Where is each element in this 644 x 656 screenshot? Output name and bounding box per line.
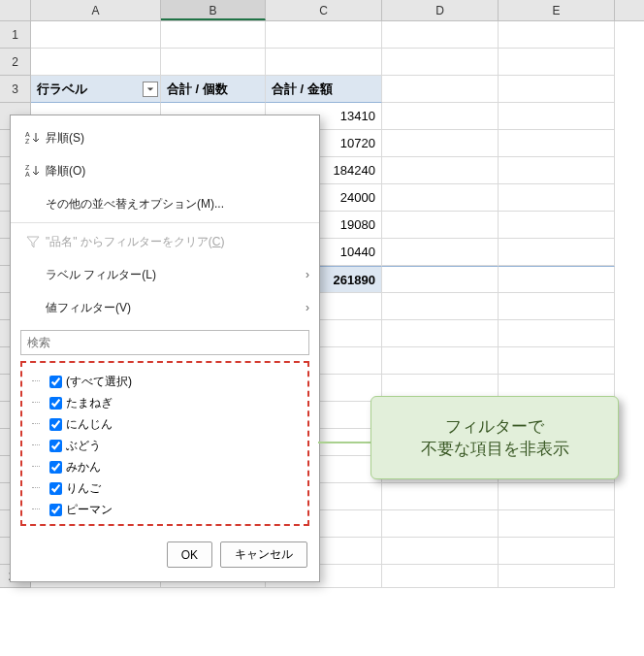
submenu-arrow-icon: › — [294, 301, 309, 314]
filter-check-item[interactable]: (すべて選択) — [28, 371, 302, 392]
column-header-B[interactable]: B — [161, 0, 266, 20]
menu-separator — [11, 222, 319, 223]
cell[interactable] — [499, 538, 615, 565]
row-label-text: 行ラベル — [37, 82, 87, 96]
filter-item-label: ぶどう — [66, 438, 101, 454]
cell[interactable] — [31, 49, 161, 76]
annotation-callout: フィルターで 不要な項目を非表示 — [370, 396, 619, 479]
cell[interactable] — [266, 49, 382, 76]
cell[interactable] — [382, 157, 499, 184]
filter-item-label: みかん — [66, 459, 101, 476]
cell[interactable] — [31, 21, 161, 49]
filter-item-label: にんじん — [66, 416, 113, 433]
cell[interactable] — [382, 49, 499, 76]
cell[interactable] — [499, 212, 615, 239]
cell[interactable] — [499, 103, 615, 130]
cell[interactable] — [382, 239, 499, 266]
label-filter-label: ラベル フィルター(L) — [46, 267, 294, 283]
filter-item-label: (すべて選択) — [66, 374, 132, 390]
pivot-row-label-header[interactable]: 行ラベル — [31, 76, 161, 103]
column-header-C[interactable]: C — [266, 0, 382, 20]
filter-dropdown-menu: AZ 昇順(S) ZA 降順(O) その他の並べ替えオプション(M)... "品… — [10, 115, 320, 582]
cell[interactable] — [161, 49, 266, 76]
cell[interactable] — [382, 565, 499, 588]
cell[interactable] — [161, 21, 266, 49]
cell[interactable] — [382, 320, 499, 347]
more-sort-options-item[interactable]: その他の並べ替えオプション(M)... — [11, 187, 319, 220]
callout-line2: 不要な項目を非表示 — [421, 438, 569, 460]
cell[interactable] — [499, 130, 615, 157]
sort-asc-icon: AZ — [20, 130, 46, 146]
cell[interactable] — [266, 21, 382, 49]
sort-desc-icon: ZA — [20, 163, 46, 179]
filter-check-item[interactable]: たまねぎ — [28, 392, 302, 413]
cell[interactable] — [499, 157, 615, 184]
column-header-A[interactable]: A — [31, 0, 161, 20]
select-all-corner[interactable] — [0, 0, 31, 20]
label-filter-item[interactable]: ラベル フィルター(L) › — [11, 258, 319, 291]
cell[interactable] — [382, 293, 499, 320]
row-header-1[interactable]: 1 — [0, 21, 31, 49]
filter-item-label: たまねぎ — [66, 395, 113, 411]
cell[interactable] — [499, 320, 615, 347]
filter-dropdown-button[interactable] — [143, 82, 158, 97]
cell[interactable] — [382, 347, 499, 375]
filter-checkbox[interactable] — [49, 440, 62, 452]
ok-button[interactable]: OK — [167, 541, 212, 568]
sort-descending-item[interactable]: ZA 降順(O) — [11, 154, 319, 187]
cell[interactable] — [382, 510, 499, 538]
cell[interactable] — [499, 49, 615, 76]
filter-check-item[interactable]: ピーマン — [28, 499, 302, 520]
cell[interactable] — [499, 266, 615, 293]
pivot-col-c-header[interactable]: 合計 / 金額 — [266, 76, 382, 103]
filter-search-input[interactable] — [21, 331, 308, 354]
filter-check-item[interactable]: みかん — [28, 456, 302, 477]
cell[interactable] — [499, 293, 615, 320]
cell[interactable] — [382, 483, 499, 510]
cell[interactable] — [499, 184, 615, 212]
submenu-arrow-icon: › — [294, 268, 309, 281]
pivot-col-b-header[interactable]: 合計 / 個数 — [161, 76, 266, 103]
filter-checkbox[interactable] — [49, 461, 62, 474]
filter-check-item[interactable]: にんじん — [28, 413, 302, 435]
filter-checkbox[interactable] — [49, 504, 62, 516]
column-headers: A B C D E — [0, 0, 644, 21]
cell[interactable] — [382, 184, 499, 212]
row-header-2[interactable]: 2 — [0, 49, 31, 76]
filter-checkbox[interactable] — [49, 418, 62, 431]
filter-checkbox[interactable] — [49, 397, 62, 410]
cell[interactable] — [499, 21, 615, 49]
cell[interactable] — [499, 239, 615, 266]
cell[interactable] — [382, 538, 499, 565]
column-header-E[interactable]: E — [499, 0, 615, 20]
cell[interactable] — [499, 483, 615, 510]
cell[interactable] — [382, 76, 499, 103]
svg-text:Z: Z — [25, 164, 30, 171]
filter-checklist: (すべて選択) たまねぎ にんじん ぶどう みかん りんご ピーマン — [20, 361, 309, 526]
cell[interactable] — [382, 130, 499, 157]
filter-checkbox[interactable] — [49, 482, 62, 495]
cell[interactable] — [499, 76, 615, 103]
cell[interactable] — [499, 565, 615, 588]
svg-text:Z: Z — [25, 138, 30, 145]
cell[interactable] — [382, 212, 499, 239]
sort-ascending-item[interactable]: AZ 昇順(S) — [11, 121, 319, 154]
filter-check-item[interactable]: ぶどう — [28, 435, 302, 456]
filter-checkbox[interactable] — [49, 376, 62, 388]
cancel-button[interactable]: キャンセル — [220, 541, 307, 568]
row-header-3[interactable]: 3 — [0, 76, 31, 103]
cell[interactable] — [499, 510, 615, 538]
filter-item-label: ピーマン — [66, 502, 113, 518]
cell[interactable] — [382, 266, 499, 293]
clear-filter-icon — [20, 234, 46, 249]
filter-button-row: OK キャンセル — [11, 532, 319, 575]
cell[interactable] — [382, 103, 499, 130]
clear-filter-label: "品名" からフィルターをクリア(C) — [46, 234, 309, 250]
cell[interactable] — [499, 347, 615, 375]
filter-check-item[interactable]: りんご — [28, 477, 302, 499]
cell[interactable] — [382, 21, 499, 49]
column-header-D[interactable]: D — [382, 0, 499, 20]
more-sort-label: その他の並べ替えオプション(M)... — [46, 196, 309, 213]
value-filter-item[interactable]: 値フィルター(V) › — [11, 291, 319, 324]
filter-search-box[interactable] — [20, 330, 309, 355]
